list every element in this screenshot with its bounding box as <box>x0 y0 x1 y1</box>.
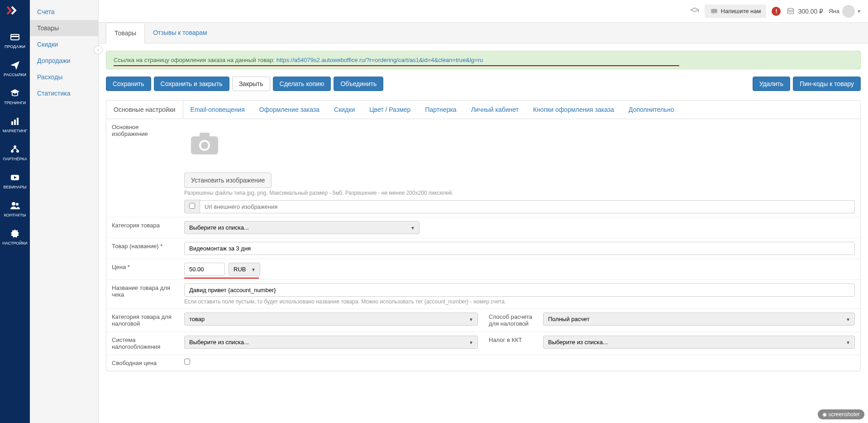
nav-label: НАСТРОЙКИ <box>3 241 28 245</box>
free-price-checkbox[interactable] <box>184 359 190 365</box>
header: Напишите нам ! 300.00 ₽ Яна ▾ <box>99 0 868 23</box>
tab-color-size[interactable]: Цвет / Размер <box>362 101 418 119</box>
nav-trainings[interactable]: ТРЕНИНГИ <box>0 82 30 111</box>
label-main-image: Основное изображение <box>106 119 179 217</box>
form-panel: Основное изображение Установить изображе… <box>106 119 861 371</box>
screenshoter-label: screenshoter <box>829 411 860 418</box>
svg-point-9 <box>12 202 15 206</box>
tab-additional[interactable]: Дополнительно <box>621 101 682 119</box>
tab-discounts[interactable]: Скидки <box>327 101 362 119</box>
help-icon[interactable] <box>690 7 699 16</box>
sub-accounts[interactable]: Счета <box>30 4 98 20</box>
play-icon <box>10 172 20 183</box>
red-underline-annotation <box>184 278 259 279</box>
delete-button[interactable]: Удалить <box>753 77 790 91</box>
tax-system-select[interactable]: Выберите из списка... <box>184 336 478 349</box>
red-underline-annotation <box>114 65 679 66</box>
coins-icon <box>786 7 795 16</box>
chevron-down-icon: ▾ <box>858 8 861 14</box>
pincodes-button[interactable]: Пин-коды к товару <box>793 77 861 91</box>
currency-select[interactable]: RUB <box>229 263 260 276</box>
tab-main-settings[interactable]: Основные настройки <box>106 101 183 119</box>
label-name: Товар (название) * <box>106 238 179 259</box>
sub-statistics[interactable]: Статистика <box>30 85 98 101</box>
svg-point-10 <box>16 203 19 206</box>
set-image-button[interactable]: Установить изображение <box>184 173 272 188</box>
sub-upsells[interactable]: Допродажи <box>30 53 98 69</box>
users-icon <box>10 200 20 211</box>
chart-icon <box>10 116 20 127</box>
external-url-checkbox[interactable] <box>189 203 195 209</box>
sub-products[interactable]: Товары <box>30 20 98 36</box>
nav-label: КОНТАКТЫ <box>4 213 26 217</box>
svg-rect-2 <box>11 121 13 125</box>
nav-label: МАРКЕТИНГ <box>3 129 27 133</box>
alert-text: ! <box>775 8 777 14</box>
nav-webinars[interactable]: ВЕБИНАРЫ <box>0 167 30 195</box>
tab-reviews[interactable]: Отзывы к товарам <box>145 23 215 43</box>
nav-marketing[interactable]: МАРКЕТИНГ <box>0 111 30 139</box>
label-free-price: Свободная цена <box>106 355 179 371</box>
collapse-sidebar-button[interactable]: ‹ <box>94 45 103 54</box>
svg-point-5 <box>14 145 16 148</box>
tax-category-select[interactable]: товар <box>184 312 478 326</box>
gear-icon <box>10 228 20 239</box>
svg-point-7 <box>16 150 19 153</box>
image-help: Разрешены файлы типа jpg, png. Максималь… <box>184 190 855 196</box>
balance[interactable]: 300.00 ₽ <box>786 7 823 16</box>
tab-partner[interactable]: Партнерка <box>418 101 463 119</box>
svg-point-6 <box>11 150 14 153</box>
label-receipt-name: Название товара для чека <box>106 280 179 308</box>
svg-point-17 <box>201 142 208 149</box>
alert-badge[interactable]: ! <box>772 7 781 16</box>
payment-method-select[interactable]: Полный расчет <box>543 312 855 326</box>
camera-icon <box>189 131 220 156</box>
camera-icon: ◉ <box>822 411 827 418</box>
copy-button[interactable]: Сделать копию <box>273 77 331 91</box>
chevron-left-icon: ‹ <box>97 48 99 53</box>
svg-rect-1 <box>11 36 19 37</box>
close-button[interactable]: Закрыть <box>232 77 270 91</box>
nav-sales[interactable]: ПРОДАЖИ <box>0 26 30 54</box>
external-url-input[interactable] <box>200 200 855 213</box>
nav-partner[interactable]: ПАРТНЁРКА <box>0 139 30 167</box>
kkt-tax-select[interactable]: Выберите из списка... <box>543 336 855 349</box>
svg-point-13 <box>788 8 794 10</box>
nav-label: РАССЫЛКИ <box>4 72 26 77</box>
user-menu[interactable]: Яна ▾ <box>829 5 861 18</box>
tab-checkout-buttons[interactable]: Кнопки оформления заказа <box>526 101 621 119</box>
label-category: Категория товара <box>106 217 179 238</box>
save-button[interactable]: Сохранить <box>106 77 151 91</box>
tab-email[interactable]: Email-оповещения <box>183 101 252 119</box>
chat-icon <box>710 7 718 15</box>
nav-label: ВЕБИНАРЫ <box>4 185 27 189</box>
label-price: Цена * <box>106 259 179 279</box>
category-select[interactable]: Выберите из списка... <box>184 221 420 234</box>
image-placeholder <box>184 127 225 159</box>
tab-checkout[interactable]: Оформление заказа <box>252 101 327 119</box>
svg-rect-3 <box>14 120 16 125</box>
sidebar-sub: Счета Товары Скидки Допродажи Расходы Ст… <box>30 0 99 423</box>
chat-label: Напишите нам <box>721 8 761 14</box>
label-payment-method: Способ расчета для налоговой <box>483 309 538 332</box>
tab-account[interactable]: Личный кабинет <box>464 101 526 119</box>
chat-button[interactable]: Напишите нам <box>705 5 767 18</box>
nav-contacts[interactable]: КОНТАКТЫ <box>0 195 30 223</box>
name-input[interactable] <box>184 242 855 255</box>
inner-tabs: Основные настройки Email-оповещения Офор… <box>106 100 861 119</box>
sub-expenses[interactable]: Расходы <box>30 69 98 85</box>
tab-products[interactable]: Товары <box>106 23 145 43</box>
nav-label: ТРЕНИНГИ <box>4 101 26 105</box>
nav-label: ПРОДАЖИ <box>5 44 25 49</box>
merge-button[interactable]: Объединить <box>334 77 383 91</box>
price-input[interactable] <box>184 263 225 276</box>
receipt-name-input[interactable] <box>184 284 855 297</box>
ordering-link[interactable]: https://a54079s2.autoweboffice.ru/?r=ord… <box>277 57 483 63</box>
save-close-button[interactable]: Сохранить и закрыть <box>154 77 229 91</box>
sub-discounts[interactable]: Скидки <box>30 36 98 53</box>
nav-mailings[interactable]: РАССЫЛКИ <box>0 54 30 82</box>
nav-settings[interactable]: НАСТРОЙКИ <box>0 223 30 251</box>
external-url-checkbox-wrap <box>184 200 200 213</box>
label-tax-category: Категория товара для налоговой <box>106 309 179 332</box>
svg-rect-15 <box>200 133 210 138</box>
